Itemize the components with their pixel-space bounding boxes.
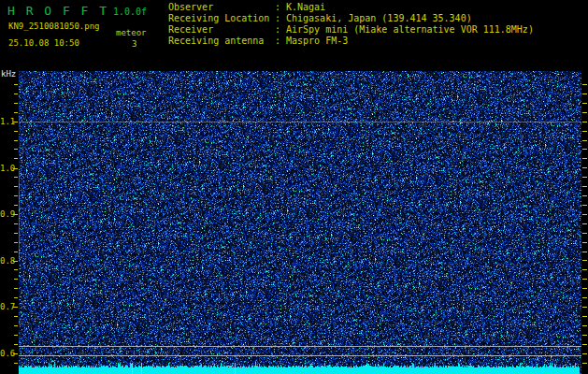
station-info-row: Receiver: AirSpy mini (Miake alternative…: [168, 24, 584, 36]
freq-minor-tick-right: [582, 158, 587, 159]
freq-minor-tick-right: [582, 344, 587, 345]
station-info-separator: :: [275, 24, 286, 36]
freq-minor-tick: [14, 344, 18, 345]
freq-major-tick: [13, 307, 18, 308]
freq-major-tick: [13, 168, 18, 169]
freq-minor-tick-right: [582, 252, 587, 252]
output-filename: KN9_2510081050.png: [8, 22, 100, 31]
freq-minor-tick-right: [582, 122, 587, 122]
freq-minor-tick: [14, 252, 18, 252]
freq-minor-tick: [14, 363, 18, 364]
freq-minor-tick-right: [582, 260, 587, 261]
meteor-annotation: meteor: [116, 28, 147, 37]
station-info-label: Receiver: [168, 24, 275, 36]
freq-tick-label: 0.9: [0, 209, 13, 219]
freq-minor-tick: [14, 288, 18, 289]
freq-minor-tick-right: [582, 103, 587, 104]
station-info-row: Receiving Location: Chigasaki, Japan (13…: [168, 13, 584, 24]
freq-tick-label: 0.7: [0, 302, 13, 311]
freq-minor-tick: [14, 158, 18, 159]
freq-minor-tick: [14, 297, 18, 298]
meteor-count: 3: [132, 39, 136, 49]
freq-minor-tick-right: [582, 307, 587, 308]
freq-minor-tick-right: [582, 205, 587, 206]
freq-minor-tick: [14, 112, 18, 113]
freq-minor-tick-right: [582, 149, 587, 150]
freq-minor-tick: [14, 325, 18, 326]
freq-tick-label: 1.1: [0, 117, 13, 126]
meteor-event-marker: [132, 363, 133, 374]
freq-minor-tick-right: [582, 297, 587, 298]
hrofft-window: H R O F F T 1.0.0f KN9_2510081050.png me…: [0, 0, 588, 374]
station-info-label: Receiving antenna: [168, 36, 275, 47]
app-version: 1.0.0f: [113, 7, 147, 17]
freq-minor-tick-right: [582, 269, 587, 270]
freq-minor-tick: [14, 316, 18, 317]
freq-minor-tick-right: [582, 214, 587, 215]
freq-minor-tick: [14, 205, 18, 206]
capture-datetime: 25.10.08 10:50: [8, 38, 79, 48]
freq-minor-tick: [14, 195, 18, 196]
freq-minor-tick-right: [582, 325, 587, 326]
meteor-event-marker: [141, 363, 142, 374]
station-info-value: Chigasaki, Japan (139.414 35.340): [286, 13, 472, 24]
station-info-row: Observer: K.Nagai: [168, 2, 584, 13]
freq-minor-tick: [14, 149, 18, 150]
freq-minor-tick-right: [582, 335, 587, 336]
freq-minor-tick: [14, 279, 18, 280]
freq-minor-tick: [14, 269, 18, 270]
station-info-label: Observer: [168, 2, 275, 13]
freq-minor-tick: [14, 223, 18, 224]
freq-minor-tick: [14, 131, 18, 132]
freq-minor-tick-right: [582, 84, 587, 85]
freq-tick-label: 1.0: [0, 164, 13, 173]
freq-minor-tick-right: [582, 186, 587, 187]
freq-tick-label: 0.8: [0, 256, 13, 266]
freq-minor-tick: [14, 84, 18, 85]
freq-minor-tick-right: [582, 195, 587, 196]
station-info-separator: :: [275, 13, 286, 24]
station-info-row: Receiving antenna: Maspro FM-3: [168, 36, 584, 47]
freq-minor-tick-right: [582, 363, 587, 364]
app-title: H R O F F T: [7, 4, 108, 18]
freq-minor-tick-right: [582, 223, 587, 224]
freq-major-tick: [13, 122, 18, 122]
station-info-value: Maspro FM-3: [286, 36, 348, 47]
freq-major-tick: [13, 353, 18, 354]
station-info-separator: :: [275, 2, 286, 13]
freq-minor-tick: [14, 177, 18, 178]
freq-minor-tick: [14, 335, 18, 336]
meteor-event-marker: [235, 363, 236, 374]
freq-minor-tick: [14, 242, 18, 243]
freq-minor-tick-right: [582, 177, 587, 178]
freq-minor-tick-right: [582, 316, 587, 317]
station-info-value: AirSpy mini (Miake alternative VOR 111.8…: [286, 24, 534, 36]
freq-minor-tick-right: [582, 288, 587, 289]
freq-minor-tick: [14, 94, 18, 94]
spectrogram-canvas: [19, 71, 581, 374]
freq-minor-tick: [14, 103, 18, 104]
station-info-label: Receiving Location: [168, 13, 275, 24]
station-info-value: K.Nagai: [286, 2, 325, 13]
freq-minor-tick-right: [582, 112, 587, 113]
freq-major-tick: [13, 261, 18, 262]
freq-minor-tick-right: [582, 279, 587, 280]
station-info-list: Observer: K.NagaiReceiving Location: Chi…: [168, 2, 584, 47]
freq-minor-tick-right: [582, 131, 587, 132]
freq-minor-tick-right: [582, 353, 587, 354]
freq-minor-tick: [14, 140, 18, 141]
freq-minor-tick-right: [582, 233, 587, 234]
station-info-separator: :: [275, 36, 286, 47]
freq-minor-tick-right: [582, 94, 587, 94]
freq-minor-tick: [14, 186, 18, 187]
freq-minor-tick: [14, 233, 18, 234]
freq-axis-unit-label: kHz: [1, 69, 16, 79]
freq-minor-tick-right: [582, 140, 587, 141]
freq-major-tick: [13, 214, 18, 215]
freq-minor-tick-right: [582, 242, 587, 243]
freq-minor-tick-right: [582, 167, 587, 168]
freq-tick-label: 0.6: [0, 349, 13, 358]
